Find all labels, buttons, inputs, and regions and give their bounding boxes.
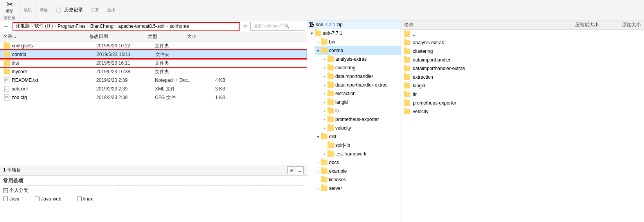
expand-icon[interactable]: › <box>321 57 327 61</box>
tree-item-test-framework[interactable]: › test-framework <box>321 150 401 158</box>
file-row-solrxml[interactable]: </> solr.xml 2019/2/23 2:39 XML 文件 3 KB <box>0 85 307 93</box>
file-row-contrib[interactable]: contrib 2019/5/23 16:11 文件夹 <box>0 50 307 59</box>
right-file-row-ltr[interactable]: ltr <box>401 90 644 99</box>
tree-item-langid[interactable]: › langid <box>321 98 401 106</box>
view-buttons: ⊞ ☰ <box>287 166 304 174</box>
list-view-button[interactable]: ☰ <box>296 166 304 174</box>
folder-icon <box>327 82 334 88</box>
right-file-row-extraction[interactable]: extraction <box>401 73 644 81</box>
right-file-row-dataimporthandler-extras[interactable]: dataimporthandler-extras <box>401 64 644 73</box>
folder-icon <box>315 31 321 36</box>
java-checkbox[interactable] <box>3 197 8 201</box>
col-header-size[interactable]: 大小 <box>187 33 218 40</box>
java-web-checkbox[interactable] <box>35 197 40 201</box>
breadcrumb-drive[interactable]: 软件 (D:) <box>34 23 53 29</box>
tree-item-prometheus-exporter[interactable]: › prometheus-exporter <box>321 115 401 124</box>
right-panel: 名称 压缩后大小 原始大小 .. analysis-extras <box>401 20 644 222</box>
address-path[interactable]: 此电脑 › 软件 (D:) › ProgramFiles › BianCheng… <box>13 22 240 31</box>
breadcrumb-tomcat[interactable]: apache-tomcat8.5-solr <box>118 23 165 29</box>
tag-java: Java <box>3 196 19 202</box>
tree-item-docs[interactable]: › docs <box>315 158 401 167</box>
expand-icon[interactable]: › <box>315 161 321 165</box>
breadcrumb-solrhome[interactable]: solrhome <box>169 23 189 29</box>
refresh-button[interactable]: ⟳ <box>242 23 249 30</box>
col-header-date[interactable]: 修改日期 <box>89 33 148 40</box>
tree-item-bin[interactable]: › bin <box>315 38 401 46</box>
tree-item-clustering[interactable]: › clustering <box>321 63 401 72</box>
folder-icon <box>327 125 334 131</box>
linux-checkbox[interactable] <box>77 197 82 201</box>
expand-icon[interactable]: ▼ <box>315 49 321 53</box>
expand-icon[interactable]: › <box>321 74 327 79</box>
expand-icon[interactable]: ▼ <box>315 135 321 139</box>
column-headers: 名称 ▲ 修改日期 类型 大小 <box>0 32 307 42</box>
search-placeholder: 搜索"solrhome" <box>253 23 282 29</box>
folder-icon <box>404 49 410 54</box>
tree-item-server[interactable]: › server <box>315 184 401 193</box>
tree-item-dist[interactable]: ▼ dist <box>315 132 401 141</box>
content-area: ← 此电脑 › 软件 (D:) › ProgramFiles › BianChe… <box>0 20 644 222</box>
col-header-type[interactable]: 类型 <box>148 33 187 40</box>
folder-icon <box>327 151 334 157</box>
tree-item-contrib[interactable]: ▼ contrib <box>315 46 401 55</box>
expand-icon[interactable]: › <box>315 169 321 173</box>
tree-item-solrj-lib[interactable]: solrj-lib <box>321 141 401 150</box>
tree-item-example[interactable]: › example <box>315 167 401 175</box>
expand-icon[interactable]: › <box>315 186 321 191</box>
left-panel: ← 此电脑 › 软件 (D:) › ProgramFiles › BianChe… <box>0 20 307 222</box>
tree-item-extraction[interactable]: › extraction <box>321 89 401 98</box>
expand-icon[interactable]: › <box>321 126 327 130</box>
tree-item-velocity[interactable]: › velocity <box>321 124 401 132</box>
folder-icon <box>404 100 410 106</box>
top-toolbar: ✂ 剪切 剪贴板 组织 新建 🕐 历史记录 打开 选择 <box>0 0 644 20</box>
search-icon[interactable]: 🔍 <box>284 23 290 29</box>
expand-icon[interactable]: › <box>321 117 327 122</box>
personal-category-checkbox[interactable]: ✓ <box>3 188 8 193</box>
search-box[interactable]: 搜索"solrhome" 🔍 <box>250 22 305 31</box>
tree-item-analysis-extras[interactable]: › analysis-extras <box>321 55 401 63</box>
folder-icon <box>327 117 334 122</box>
folder-icon <box>327 65 334 70</box>
breadcrumb-programfiles[interactable]: ProgramFiles <box>58 23 85 29</box>
cfg-icon <box>4 94 10 101</box>
cut-button[interactable]: ✂ 剪切 <box>4 0 15 15</box>
folder-icon <box>327 99 334 105</box>
back-button[interactable]: ← <box>2 23 11 30</box>
tree-root-zip[interactable]: 🗜 solr-7.7.1.zip <box>307 20 401 29</box>
folder-icon <box>327 143 334 148</box>
expand-icon <box>321 143 327 148</box>
breadcrumb-computer[interactable]: 此电脑 <box>16 23 30 29</box>
folder-icon <box>404 109 410 114</box>
right-file-row-analysis-extras[interactable]: analysis-extras <box>401 38 644 47</box>
file-row-dist[interactable]: dist 2019/5/23 16:11 文件夹 <box>0 59 307 67</box>
expand-icon[interactable]: › <box>321 100 327 105</box>
file-row-readme[interactable]: README.txt 2019/2/23 2:39 Notepad++ Doc.… <box>0 76 307 85</box>
expand-icon[interactable]: › <box>321 92 327 96</box>
expand-icon[interactable]: › <box>321 66 327 70</box>
tree-item-dataimporthandler[interactable]: › dataimporthandler <box>321 72 401 81</box>
tree-item-licenses[interactable]: licenses <box>315 175 401 184</box>
personal-category-label: ✓ 个人分类 <box>3 187 304 194</box>
tree-item-solr771[interactable]: ▼ solr-7.7.1 <box>309 29 401 38</box>
expand-icon[interactable]: › <box>321 109 327 113</box>
right-file-row-langid[interactable]: langid <box>401 81 644 90</box>
expand-icon[interactable]: › <box>315 40 321 44</box>
file-row-zoocfg[interactable]: zoo.cfg 2019/2/23 2:39 CFG 文件 1 KB <box>0 93 307 102</box>
right-file-row-parent[interactable]: .. <box>401 30 644 38</box>
right-file-row-velocity[interactable]: velocity <box>401 107 644 116</box>
expand-icon[interactable]: › <box>321 83 327 87</box>
file-row-configsets[interactable]: configsets 2019/5/23 10:22 文件夹 <box>0 42 307 50</box>
file-row-mycore[interactable]: mycore 2019/5/23 16:38 文件夹 <box>0 67 307 76</box>
breadcrumb-bianCheng[interactable]: BianCheng <box>90 23 113 29</box>
file-list: configsets 2019/5/23 10:22 文件夹 contrib 2… <box>0 42 307 165</box>
right-file-row-prometheus-exporter[interactable]: prometheus-exporter <box>401 99 644 107</box>
grid-view-button[interactable]: ⊞ <box>287 166 295 174</box>
tree-item-ltr[interactable]: › ltr <box>321 106 401 115</box>
col-header-name[interactable]: 名称 ▲ <box>3 33 89 40</box>
right-file-row-clustering[interactable]: clustering <box>401 47 644 56</box>
expand-icon[interactable]: › <box>321 152 327 156</box>
history-icon: 🕐 <box>56 7 62 13</box>
right-file-row-dataimporthandler[interactable]: dataimporthandler <box>401 56 644 64</box>
expand-icon[interactable]: ▼ <box>309 31 315 36</box>
tree-item-dataimporthandler-extras[interactable]: › dataimporthandler-extras <box>321 81 401 89</box>
